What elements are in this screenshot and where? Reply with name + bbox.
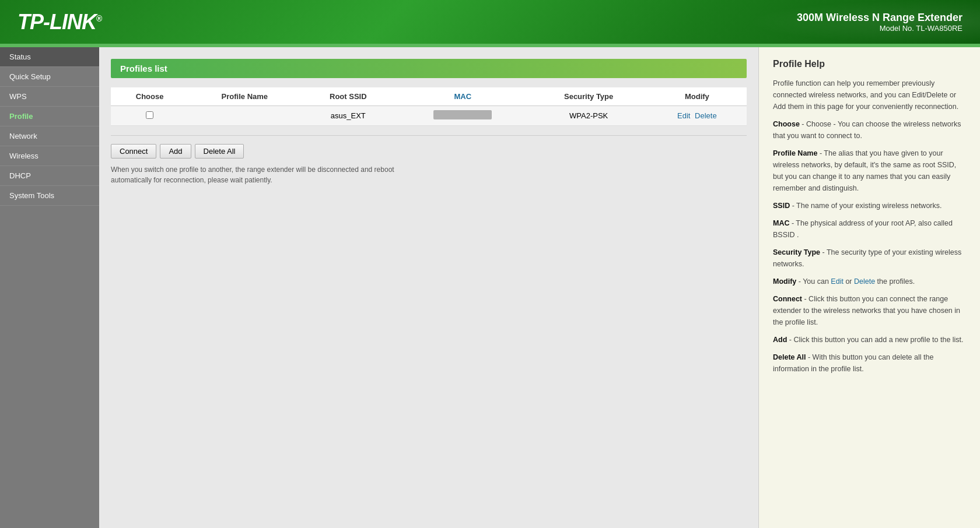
help-para-6: Modify - You can Edit or Delete the prof… xyxy=(773,276,966,287)
profile-table: Choose Profile Name Root SSID MAC Securi… xyxy=(111,87,747,126)
sidebar-item-dhcp[interactable]: DHCP xyxy=(0,166,99,186)
sidebar-item-wireless[interactable]: Wireless xyxy=(0,146,99,166)
col-choose: Choose xyxy=(111,87,188,106)
header: TP-LINK® 300M Wireless N Range Extender … xyxy=(0,0,980,44)
add-button[interactable]: Add xyxy=(160,144,191,159)
action-buttons: Connect Add Delete All xyxy=(111,144,747,159)
row-choose xyxy=(111,106,188,126)
row-root-ssid: asus_EXT xyxy=(300,106,396,126)
main-layout: Status Quick Setup WPS Profile Network W… xyxy=(0,47,980,528)
logo-text: TP-LINK xyxy=(18,10,96,34)
help-para-1: Choose - Choose - You can choose the wir… xyxy=(773,118,966,142)
sidebar-item-quick-setup[interactable]: Quick Setup xyxy=(0,67,99,87)
edit-link[interactable]: Edit xyxy=(677,111,690,120)
help-edit-link[interactable]: Edit xyxy=(831,277,844,286)
help-para-8: Add - Click this button you can add a ne… xyxy=(773,334,966,346)
help-panel: Profile Help Profile function can help y… xyxy=(758,47,980,528)
mac-value xyxy=(433,110,492,119)
row-mac xyxy=(396,106,530,126)
sidebar-item-status[interactable]: Status xyxy=(0,47,99,67)
sidebar: Status Quick Setup WPS Profile Network W… xyxy=(0,47,99,528)
sidebar-item-wps[interactable]: WPS xyxy=(0,87,99,107)
table-divider xyxy=(111,135,747,136)
connect-button[interactable]: Connect xyxy=(111,144,156,159)
help-title: Profile Help xyxy=(773,59,966,69)
col-modify: Modify xyxy=(648,87,747,106)
main-content: Profiles list Choose Profile Name Root S… xyxy=(99,47,758,528)
product-name: 300M Wireless N Range Extender xyxy=(797,12,963,24)
help-delete-link[interactable]: Delete xyxy=(854,277,875,286)
help-para-9: Delete All - With this button you can de… xyxy=(773,351,966,375)
model-number: Model No. TL-WA850RE xyxy=(797,24,963,33)
note-text: When you switch one profile to another, … xyxy=(111,164,402,185)
row-security-type: WPA2-PSK xyxy=(530,106,648,126)
delete-link[interactable]: Delete xyxy=(695,111,717,120)
help-para-2: Profile Name - The alias that you have g… xyxy=(773,147,966,194)
table-row: asus_EXT WPA2-PSK Edit Delete xyxy=(111,106,747,126)
brand-logo: TP-LINK® xyxy=(18,10,102,34)
product-info: 300M Wireless N Range Extender Model No.… xyxy=(797,12,963,33)
sidebar-item-profile[interactable]: Profile xyxy=(0,107,99,126)
help-para-3: SSID - The name of your existing wireles… xyxy=(773,200,966,212)
sidebar-item-network[interactable]: Network xyxy=(0,126,99,146)
col-profile-name: Profile Name xyxy=(188,87,300,106)
sidebar-item-system-tools[interactable]: System Tools xyxy=(0,186,99,206)
help-para-7: Connect - Click this button you can conn… xyxy=(773,293,966,328)
section-header: Profiles list xyxy=(111,59,747,78)
help-para-0: Profile function can help you remember p… xyxy=(773,78,966,112)
col-mac: MAC xyxy=(396,87,530,106)
delete-all-button[interactable]: Delete All xyxy=(195,144,244,159)
col-root-ssid: Root SSID xyxy=(300,87,396,106)
help-para-5: Security Type - The security type of you… xyxy=(773,247,966,270)
col-security-type: Security Type xyxy=(530,87,648,106)
trademark: ® xyxy=(96,14,102,23)
help-para-4: MAC - The physical address of your root … xyxy=(773,217,966,241)
row-profile-name xyxy=(188,106,300,126)
row-modify: Edit Delete xyxy=(648,106,747,126)
row-checkbox[interactable] xyxy=(146,111,153,119)
